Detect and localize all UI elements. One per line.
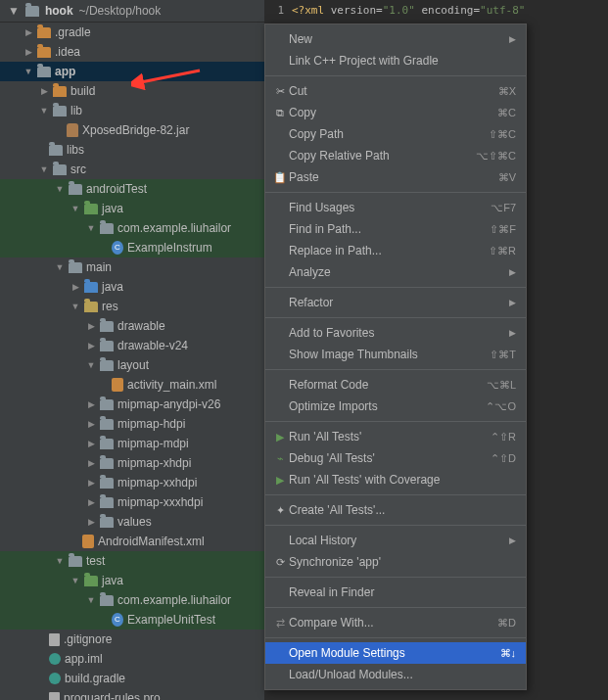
class-icon: C — [112, 613, 123, 627]
menu-add-to-favorites[interactable]: Add to Favorites▶ — [265, 322, 526, 344]
tree-item-java3[interactable]: java — [0, 571, 264, 590]
tree-item-build-gradle[interactable]: build.gradle — [0, 669, 264, 688]
tree-item-example-unit[interactable]: CExampleUnitTest — [0, 610, 264, 630]
tree-item-mipmap-hdpi[interactable]: mipmap-hdpi — [0, 414, 264, 434]
tree-item-res[interactable]: res — [0, 297, 264, 316]
menu-separator — [265, 369, 526, 370]
menu-separator — [265, 525, 526, 526]
menu-link-cpp[interactable]: Link C++ Project with Gradle — [265, 50, 526, 71]
menu-run-coverage[interactable]: ▶Run 'All Tests' with Coverage — [265, 469, 526, 490]
file-icon — [49, 633, 60, 646]
compare-icon: ⇄ — [271, 617, 289, 630]
project-header: hook ~/Desktop/hook — [0, 0, 264, 23]
arrow-annotation-icon — [131, 65, 210, 94]
folder-icon — [69, 262, 82, 273]
tree-item-values[interactable]: values — [0, 512, 264, 532]
sync-icon: ⟳ — [271, 556, 289, 569]
run-icon: ▶ — [271, 431, 289, 443]
tree-item-mipmap-anydpi[interactable]: mipmap-anydpi-v26 — [0, 395, 264, 414]
folder-icon — [53, 86, 67, 97]
tree-item-java2[interactable]: java — [0, 277, 264, 297]
tree-item-activity-main[interactable]: activity_main.xml — [0, 375, 264, 395]
menu-reformat-code[interactable]: Reformat Code⌥⌘L — [265, 374, 526, 396]
folder-icon — [69, 184, 82, 195]
menu-refactor[interactable]: Refactor▶ — [265, 292, 526, 313]
menu-copy-path[interactable]: Copy Path⇧⌘C — [265, 123, 526, 145]
tree-item-xposed-jar[interactable]: XposedBridge-82.jar — [0, 120, 264, 140]
java-folder-icon — [84, 204, 98, 214]
menu-new[interactable]: New▶ — [265, 28, 526, 50]
tree-item-java1[interactable]: java — [0, 199, 264, 218]
project-tree-panel[interactable]: hook ~/Desktop/hook .gradle .idea app bu… — [0, 0, 264, 700]
menu-find-in-path[interactable]: Find in Path...⇧⌘F — [265, 218, 526, 240]
bug-icon: ⌁ — [271, 452, 289, 465]
menu-local-history[interactable]: Local History▶ — [265, 530, 526, 551]
tree-item-mipmap-xxxhdpi[interactable]: mipmap-xxxhdpi — [0, 492, 264, 512]
project-name: hook — [45, 4, 73, 18]
tree-item-mipmap-mdpi[interactable]: mipmap-mdpi — [0, 434, 264, 453]
package-icon — [100, 223, 114, 234]
menu-separator — [265, 317, 526, 318]
folder-icon — [100, 321, 114, 332]
tree-item-drawable-v24[interactable]: drawable-v24 — [0, 336, 264, 355]
java-folder-icon — [84, 576, 98, 586]
folder-icon — [100, 341, 114, 351]
create-icon: ✦ — [271, 504, 289, 517]
context-menu: New▶ Link C++ Project with Gradle ✂Cut⌘X… — [264, 23, 527, 690]
folder-icon — [100, 517, 114, 528]
paste-icon: 📋 — [271, 171, 289, 184]
tree-item-proguard[interactable]: proguard-rules.pro — [0, 688, 264, 700]
menu-separator — [265, 75, 526, 76]
tree-item-gradle[interactable]: .gradle — [0, 23, 264, 42]
menu-create-tests[interactable]: ✦Create 'All Tests'... — [265, 499, 526, 521]
tree-item-app-iml[interactable]: app.iml — [0, 649, 264, 669]
xml-icon — [82, 535, 94, 548]
expand-icon[interactable] — [8, 4, 20, 18]
menu-optimize-imports[interactable]: Optimize Imports⌃⌥O — [265, 396, 526, 417]
folder-icon — [69, 556, 82, 567]
tree-item-mipmap-xxhdpi[interactable]: mipmap-xxhdpi — [0, 473, 264, 492]
package-icon — [100, 595, 114, 606]
menu-debug-all-tests[interactable]: ⌁Debug 'All Tests'⌃⇧D — [265, 447, 526, 469]
tree-item-pkg1[interactable]: com.example.liuhailor — [0, 218, 264, 238]
menu-open-module-settings[interactable]: Open Module Settings⌘↓ — [265, 642, 526, 664]
folder-icon — [100, 439, 114, 449]
coverage-icon: ▶ — [271, 474, 289, 487]
tree-item-main[interactable]: main — [0, 257, 264, 277]
class-icon: C — [112, 241, 123, 255]
menu-run-all-tests[interactable]: ▶Run 'All Tests'⌃⇧R — [265, 426, 526, 447]
menu-cut[interactable]: ✂Cut⌘X — [265, 80, 526, 102]
menu-load-unload-modules[interactable]: Load/Unload Modules... — [265, 664, 526, 685]
tree-item-src[interactable]: src — [0, 160, 264, 179]
tree-item-drawable[interactable]: drawable — [0, 316, 264, 336]
tree-item-mipmap-xhdpi[interactable]: mipmap-xhdpi — [0, 453, 264, 473]
tree-item-androidtest[interactable]: androidTest — [0, 179, 264, 199]
menu-reveal-finder[interactable]: Reveal in Finder — [265, 582, 526, 603]
tree-item-idea[interactable]: .idea — [0, 42, 264, 62]
tree-item-gitignore[interactable]: .gitignore — [0, 630, 264, 649]
menu-synchronize[interactable]: ⟳Synchronize 'app' — [265, 551, 526, 573]
folder-icon — [100, 458, 114, 469]
menu-separator — [265, 607, 526, 608]
gradle-icon — [49, 673, 61, 684]
tree-item-lib[interactable]: lib — [0, 101, 264, 120]
menu-find-usages[interactable]: Find Usages⌥F7 — [265, 197, 526, 218]
tree-item-libs[interactable]: libs — [0, 140, 264, 160]
menu-analyze[interactable]: Analyze▶ — [265, 261, 526, 283]
copy-icon: ⧉ — [271, 107, 289, 119]
menu-separator — [265, 421, 526, 422]
tree-item-pkg2[interactable]: com.example.liuhailor — [0, 590, 264, 610]
tree-item-example-instr[interactable]: CExampleInstrum — [0, 238, 264, 257]
menu-replace-in-path[interactable]: Replace in Path...⇧⌘R — [265, 240, 526, 261]
folder-icon — [100, 497, 114, 508]
menu-separator — [265, 494, 526, 495]
menu-show-thumbnails[interactable]: Show Image Thumbnails⇧⌘T — [265, 344, 526, 365]
menu-copy[interactable]: ⧉Copy⌘C — [265, 102, 526, 123]
tree-item-layout[interactable]: layout — [0, 355, 264, 375]
tree-item-test[interactable]: test — [0, 551, 264, 571]
menu-paste[interactable]: 📋Paste⌘V — [265, 166, 526, 188]
tree-item-manifest[interactable]: AndroidManifest.xml — [0, 532, 264, 551]
module-icon — [37, 67, 51, 77]
menu-compare-with[interactable]: ⇄Compare With...⌘D — [265, 612, 526, 633]
menu-copy-relative-path[interactable]: Copy Relative Path⌥⇧⌘C — [265, 145, 526, 166]
